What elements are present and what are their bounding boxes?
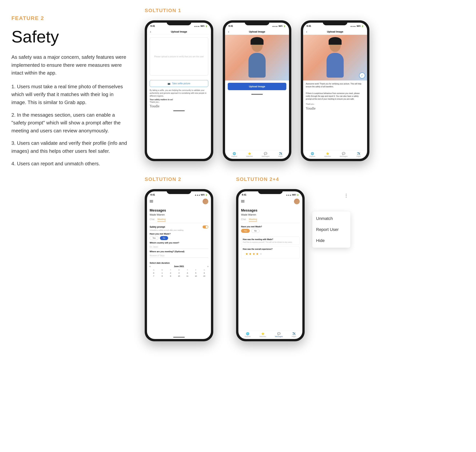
- yes-no-row-1: Yes No: [150, 236, 208, 240]
- feedback-box-2: How was the overall experience? ★ ★ ★ ★ …: [241, 246, 300, 259]
- star-1[interactable]: ★: [245, 252, 248, 255]
- star-3[interactable]: ★: [252, 252, 255, 255]
- user-avatar-report: [294, 199, 300, 204]
- three-dots-icon[interactable]: ⋮: [312, 193, 350, 198]
- cal-prev[interactable]: ‹: [150, 265, 150, 267]
- date-label: Select date duration: [150, 262, 208, 264]
- nav-matches-3[interactable]: ⭐Matches: [324, 152, 331, 157]
- title-1: Upload Image: [171, 30, 187, 33]
- bottom-nav-3: 🌐Explore ⭐Matches 💬Messages ✈️Flight: [303, 150, 367, 159]
- dropdown-report-user[interactable]: Report User: [312, 224, 350, 235]
- time-3: 9:41: [306, 25, 311, 27]
- feedback-box-1: How was the meeting with Wade? Feel free…: [241, 237, 300, 245]
- dropdown-unmatch[interactable]: Unmatch: [312, 213, 350, 224]
- question-1: Have you met Wade?: [150, 233, 208, 235]
- phone-report: 9:41 ▲▲▲ WiFi 🔋: [236, 189, 305, 341]
- star-4[interactable]: ★: [256, 252, 258, 255]
- camera-icon: 📷: [168, 82, 170, 85]
- tab-meeting-report[interactable]: Meeting: [249, 218, 257, 222]
- calendar-section: Select date duration ‹ June 2021 › S M T…: [147, 261, 211, 279]
- person-image-2: [225, 35, 289, 80]
- hamburger-icon[interactable]: [150, 200, 153, 202]
- report-top-bar: [238, 198, 302, 207]
- safety-point-2: 2. In the messages section, users can en…: [11, 111, 129, 135]
- no-btn-1[interactable]: No: [160, 236, 168, 240]
- screen-1: 9:41 ▲▲▲ WiFi 🔋 ‹ Upload Image Please up…: [147, 23, 211, 159]
- upload-button[interactable]: Upload Image: [228, 83, 286, 90]
- nav-matches-report[interactable]: ⭐Matches: [259, 332, 266, 338]
- dropdown-hide[interactable]: Hide: [312, 235, 350, 246]
- safety-subtitle: Schedule a safety prompt after your meet…: [150, 229, 208, 231]
- solutions-bottom-row: SOLTUTION 2 9:41 ▲▲▲ WiFi 🔋: [145, 176, 465, 341]
- home-indicator-msg: [173, 337, 185, 338]
- report-chat-tabs: Chat Meeting: [241, 217, 300, 223]
- nav-flight-report[interactable]: ✈️Flight: [292, 332, 296, 338]
- notch-2: [245, 20, 269, 25]
- report-title: Messages: [241, 208, 300, 213]
- upload-placeholder-1: Please upload a picture to verify that y…: [150, 38, 208, 75]
- question-3: Where are you meeting? (Optional): [150, 250, 208, 253]
- status-icons-1: ▲▲▲ WiFi 🔋: [194, 25, 208, 27]
- screen-msg: 9:41 ▲▲▲ WiFi 🔋: [147, 191, 211, 339]
- nav-messages-report[interactable]: 💬Messages: [275, 332, 283, 338]
- nav-messages-2[interactable]: 💬Messages: [262, 152, 269, 157]
- star-5[interactable]: ★: [259, 252, 262, 255]
- star-rating: ★ ★ ★ ★ ★: [243, 251, 298, 257]
- check-icon: ✓: [359, 73, 365, 79]
- screen-3: 9:41 ▲▲▲ WiFi 🔋 ‹ Upload Image: [303, 23, 367, 159]
- cal-month: June 2021: [174, 265, 184, 267]
- nav-explore-2[interactable]: 🌐Explore: [231, 152, 238, 157]
- tab-chat[interactable]: Chat: [150, 218, 154, 222]
- cal-next[interactable]: ›: [208, 265, 208, 267]
- feedback-sub: Feel free to express yourself. This will…: [243, 241, 298, 243]
- tab-chat-report[interactable]: Chat: [241, 218, 246, 222]
- nav-explore-report[interactable]: 🌐Explore: [245, 332, 251, 338]
- home-indicator-2: [251, 94, 263, 94]
- back-icon-2[interactable]: ‹: [228, 30, 229, 33]
- user-avatar-msg: [203, 199, 208, 204]
- star-2[interactable]: ★: [249, 252, 252, 255]
- status-icons-2: ▲▲▲ WiFi 🔋: [272, 25, 286, 27]
- phone-messages: 9:41 ▲▲▲ WiFi 🔋: [145, 189, 213, 341]
- nav-matches-2[interactable]: ⭐Matches: [246, 152, 253, 157]
- no-btn-report[interactable]: No: [251, 229, 259, 233]
- feedback-q2: How was the overall experience?: [243, 248, 298, 250]
- screen-report: 9:41 ▲▲▲ WiFi 🔋: [238, 191, 302, 339]
- sign-1: Thank you -: [147, 101, 211, 104]
- solution24-group: SOLTUTION 2+4 9:41 ▲▲▲ WiFi 🔋: [236, 176, 350, 341]
- safety-toggle[interactable]: [203, 226, 208, 228]
- signature-3: Youdle: [303, 106, 367, 111]
- messages-title: Messages: [150, 208, 208, 213]
- nav-flight-2[interactable]: ✈️Flight: [278, 152, 283, 157]
- hamburger-icon-report[interactable]: [241, 200, 245, 202]
- tab-meeting[interactable]: Meeting: [157, 218, 166, 222]
- selfie-button[interactable]: 📷 Take selfie picture: [150, 80, 208, 87]
- success-text-2: If there is suspicious behaviour from so…: [303, 90, 367, 102]
- yes-btn-report[interactable]: Yes: [241, 229, 250, 233]
- nav-messages-3[interactable]: 💬Messages: [340, 152, 347, 157]
- have-you-met-label: Have you met Wade?: [241, 226, 300, 228]
- time-1: 9:41: [150, 25, 155, 27]
- person-image-3: ✓: [303, 35, 367, 80]
- back-icon-1[interactable]: ‹: [150, 30, 151, 33]
- hair-3: [329, 37, 342, 45]
- calendar-grid: S M T W T F S 0 1 2 3 4 5: [150, 269, 208, 277]
- place-input[interactable]: Museum of Tokyo: [150, 254, 208, 258]
- country-input[interactable]: Ex: Japan: [150, 245, 208, 249]
- body-3: [326, 53, 344, 78]
- right-content: SOLTUTION 1 9:41 ▲▲▲ WiFi 🔋 ‹ Upload Ima…: [145, 8, 465, 341]
- report-user-name: Wade Warren: [241, 213, 300, 217]
- title-3: Upload Image: [327, 30, 343, 33]
- solution24-content: 9:41 ▲▲▲ WiFi 🔋: [236, 189, 350, 341]
- yes-btn-1[interactable]: Yes: [150, 236, 158, 240]
- back-icon-3[interactable]: ‹: [306, 30, 307, 33]
- nav-flight-3[interactable]: ✈️Flight: [356, 152, 361, 157]
- bottom-nav-2: 🌐Explore ⭐Matches 💬Messages ✈️Flight: [225, 150, 289, 159]
- messages-user-name: Wade Warren: [150, 213, 208, 217]
- feedback-q1: How was the meeting with Wade?: [243, 238, 298, 240]
- person-silhouette: [246, 39, 268, 77]
- title-2: Upload Image: [249, 30, 265, 33]
- notch-1: [167, 20, 191, 25]
- nav-explore-3[interactable]: 🌐Explore: [310, 152, 315, 157]
- app-header-3: ‹ Upload Image: [303, 29, 367, 35]
